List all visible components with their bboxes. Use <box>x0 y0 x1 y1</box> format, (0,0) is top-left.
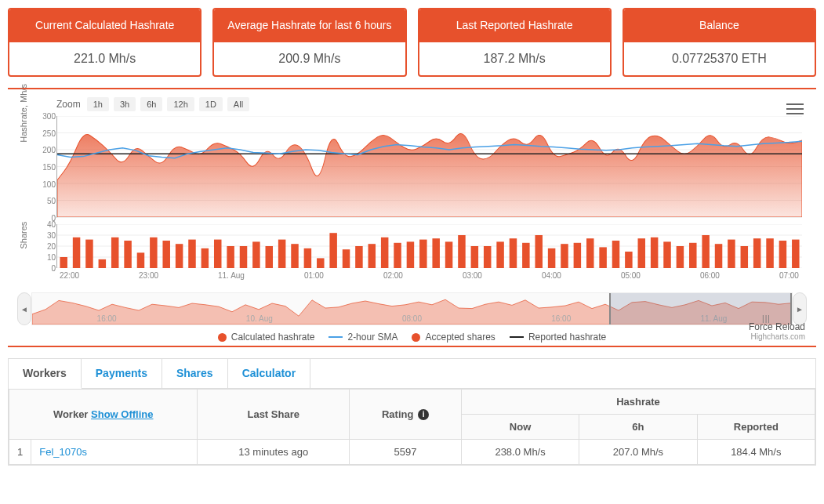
navigator-right-arrow-icon[interactable]: ► <box>793 292 807 325</box>
chart-panel: Zoom 1h 3h 6h 12h 1D All Hashrate, Mh/s … <box>8 88 816 347</box>
svg-rect-61 <box>689 243 697 268</box>
svg-rect-42 <box>445 241 453 268</box>
stat-header: Balance <box>624 9 815 42</box>
tab-workers[interactable]: Workers <box>9 359 82 389</box>
svg-rect-35 <box>355 246 362 268</box>
zoom-6h-button[interactable]: 6h <box>140 97 162 111</box>
svg-rect-67 <box>766 238 774 268</box>
legend-label: Calculated hashrate <box>231 332 315 343</box>
worker-name-cell: Fel_1070s <box>31 440 198 465</box>
svg-rect-17 <box>124 241 132 268</box>
stat-current-hashrate: Current Calculated Hashrate 221.0 Mh/s <box>8 8 201 77</box>
svg-rect-40 <box>419 240 427 268</box>
tab-calculator[interactable]: Calculator <box>228 359 310 388</box>
svg-rect-44 <box>471 246 479 268</box>
svg-rect-13 <box>73 237 81 268</box>
chart-navigator[interactable]: ◄ 16:0010. Aug08:0016:0011. Aug ||| ► <box>17 292 807 325</box>
chart-legend: Calculated hashrate 2-hour SMA Accepted … <box>17 332 807 343</box>
stat-avg-hashrate: Average Hashrate for last 6 hours 200.9 … <box>212 8 406 77</box>
zoom-label: Zoom <box>56 99 81 110</box>
chart-menu-icon[interactable] <box>786 100 804 114</box>
col-now: Now <box>461 415 579 440</box>
worker-link[interactable]: Fel_1070s <box>39 446 87 458</box>
hashrate-chart[interactable]: Hashrate, Mh/s 050100150200250300 <box>56 116 802 218</box>
legend-calculated-hashrate[interactable]: Calculated hashrate <box>218 332 315 343</box>
svg-rect-37 <box>381 237 389 268</box>
legend-dot-icon <box>412 333 420 342</box>
svg-rect-68 <box>779 241 787 268</box>
col-6h: 6h <box>579 415 697 440</box>
navigator-selection[interactable]: ||| <box>609 293 792 325</box>
zoom-controls: Zoom 1h 3h 6h 12h 1D All <box>56 97 807 111</box>
svg-rect-63 <box>715 244 723 268</box>
svg-rect-60 <box>677 246 684 268</box>
svg-rect-19 <box>150 237 158 268</box>
tab-shares[interactable]: Shares <box>162 359 228 388</box>
svg-rect-54 <box>599 247 607 268</box>
svg-rect-14 <box>85 240 93 268</box>
zoom-3h-button[interactable]: 3h <box>114 97 136 111</box>
reported-cell: 184.4 Mh/s <box>697 440 815 465</box>
svg-rect-50 <box>548 248 556 268</box>
stat-balance: Balance 0.07725370 ETH <box>623 8 816 77</box>
svg-rect-43 <box>458 235 466 268</box>
legend-dot-icon <box>218 333 227 342</box>
svg-rect-59 <box>663 241 671 268</box>
svg-rect-58 <box>651 237 659 268</box>
zoom-1d-button[interactable]: 1D <box>199 97 223 111</box>
highcharts-credits[interactable]: Highcharts.com <box>749 332 805 341</box>
legend-label: 2-hour SMA <box>347 332 397 343</box>
row-index: 1 <box>9 440 31 465</box>
rating-cell: 5597 <box>350 440 462 465</box>
svg-rect-22 <box>188 240 196 268</box>
svg-rect-55 <box>612 241 620 268</box>
svg-rect-16 <box>111 237 119 268</box>
svg-rect-57 <box>638 238 646 268</box>
svg-rect-25 <box>227 246 234 268</box>
svg-rect-24 <box>214 240 221 268</box>
svg-rect-41 <box>432 238 440 268</box>
stat-reported-hashrate: Last Reported Hashrate 187.2 Mh/s <box>418 8 612 77</box>
col-worker: Worker Show Offline <box>9 390 198 440</box>
tab-payments[interactable]: Payments <box>82 359 162 388</box>
show-offline-link[interactable]: Show Offline <box>91 408 153 420</box>
svg-rect-23 <box>201 248 209 268</box>
svg-rect-31 <box>304 248 312 268</box>
legend-label: Accepted shares <box>425 332 495 343</box>
zoom-1h-button[interactable]: 1h <box>87 97 109 111</box>
stat-value: 221.0 Mh/s <box>9 42 200 75</box>
stat-value: 0.07725370 ETH <box>624 42 815 75</box>
stat-value: 200.9 Mh/s <box>214 42 405 75</box>
svg-rect-56 <box>625 252 633 268</box>
yaxis-label-hashrate: Hashrate, Mh/s <box>19 84 28 143</box>
svg-rect-45 <box>484 246 492 268</box>
legend-line-icon <box>329 336 343 338</box>
shares-chart[interactable]: Shares 010203040 22:0023:0011. Aug01:000… <box>56 224 802 280</box>
stats-row: Current Calculated Hashrate 221.0 Mh/s A… <box>8 8 816 77</box>
legend-2h-sma[interactable]: 2-hour SMA <box>329 332 397 343</box>
svg-rect-15 <box>99 259 107 268</box>
svg-rect-27 <box>252 241 260 268</box>
yaxis-label-shares: Shares <box>19 221 28 248</box>
svg-rect-64 <box>728 240 735 268</box>
force-reload-link[interactable]: Force Reload <box>749 321 805 332</box>
svg-rect-53 <box>586 238 594 268</box>
svg-rect-29 <box>278 240 285 268</box>
svg-rect-48 <box>522 243 530 268</box>
svg-rect-30 <box>291 244 299 268</box>
col-rating: Rating i <box>350 390 462 440</box>
info-icon[interactable]: i <box>418 409 429 420</box>
zoom-all-button[interactable]: All <box>227 97 249 111</box>
legend-reported-hashrate[interactable]: Reported hashrate <box>510 332 606 343</box>
chart-footer-links: Force Reload Highcharts.com <box>749 321 805 341</box>
svg-rect-38 <box>394 243 401 268</box>
stat-header: Current Calculated Hashrate <box>9 9 200 42</box>
svg-rect-66 <box>753 238 761 268</box>
svg-rect-51 <box>561 244 568 268</box>
h6-cell: 207.0 Mh/s <box>579 440 697 465</box>
zoom-12h-button[interactable]: 12h <box>167 97 194 111</box>
col-group-hashrate: Hashrate <box>461 390 815 415</box>
navigator-left-arrow-icon[interactable]: ◄ <box>17 292 31 325</box>
legend-accepted-shares[interactable]: Accepted shares <box>412 332 495 343</box>
svg-rect-20 <box>162 241 170 268</box>
